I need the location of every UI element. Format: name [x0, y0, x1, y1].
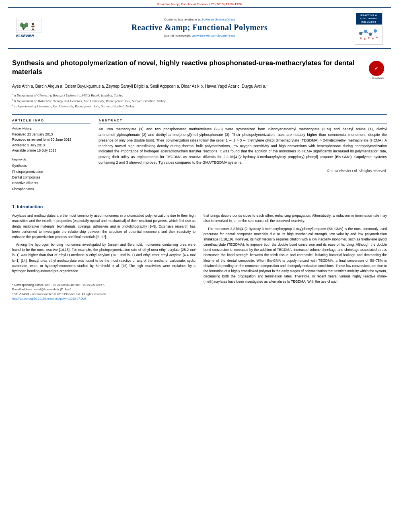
elsevier-tree-icon — [18, 19, 40, 31]
svg-point-19 — [368, 37, 370, 39]
available-text: Contents lists available at SciVerse Sci… — [44, 18, 355, 21]
homepage-url[interactable]: www.elsevier.com/locate/react — [192, 34, 235, 37]
svg-point-12 — [369, 33, 372, 36]
intro-para-2: Among the hydrogen bonding monomers inve… — [12, 242, 195, 274]
article-info-abstract-section: ARTICLE INFO Article history: Received 2… — [12, 119, 387, 192]
badge-text: REACTIVE &FUNCTIONALPOLYMERS — [356, 13, 382, 25]
copyright-line: © 2013 Elsevier Ltd. All rights reserved… — [99, 169, 387, 173]
keyword-4: Reactive diluents — [12, 180, 90, 186]
article-title-section: Synthesis and photopolymerization of nov… — [12, 59, 387, 79]
crossmark-badge: ✓ CrossMark — [369, 61, 387, 79]
keyword-3: Dental composites — [12, 175, 90, 180]
received-date: Received 23 January 2013 — [12, 132, 90, 138]
keyword-2: Photopolymerization — [12, 169, 90, 175]
available-online-date: Available online 16 July 2013 — [12, 148, 90, 154]
keyword-5: Phosphonates — [12, 186, 90, 192]
svg-point-21 — [376, 37, 378, 38]
svg-point-13 — [374, 29, 377, 33]
footnote-corresponding: * Corresponding author. Tel.: +90 212359… — [12, 283, 195, 287]
crossmark-icon: ✓ — [369, 61, 384, 76]
svg-point-11 — [364, 30, 367, 33]
footnote-email: E-mail address: avcid@boun.edu.tr (D. Av… — [12, 287, 195, 292]
affiliation-a: a a Department of Chemistry, Bogazici Un… — [12, 92, 387, 98]
intro-right-para-2: The monomer 2,2-bis[4-(2-hydroxy-3-metha… — [204, 226, 387, 285]
page: Reactive &amp; Functional Polymers 73 (2… — [0, 0, 399, 532]
keywords-title: Keywords: — [12, 158, 90, 161]
abstract-text: An urea methacrylate (1) and two phospho… — [99, 127, 387, 166]
intro-body-columns: Acrylates and methacrylates are the most… — [12, 213, 387, 301]
footnote-doi: http://dx.doi.org/10.1016/j.reactfunctpo… — [12, 296, 195, 301]
affiliation-b: b b Department of Molecular Biology and … — [12, 98, 387, 104]
intro-right-text: that brings double bonds close to each o… — [204, 213, 387, 284]
journal-title: Reactive &amp; Functional Polymers — [44, 23, 355, 32]
journal-header: ELSEVIER Contents lists available at Sci… — [8, 7, 391, 49]
keyword-1: Synthesis — [12, 163, 90, 168]
journal-header-center: Contents lists available at SciVerse Sci… — [44, 18, 355, 37]
elsevier-logo-box — [16, 18, 41, 33]
intro-right-col: that brings double bonds close to each o… — [204, 213, 387, 301]
sciverse-link[interactable]: SciVerse ScienceDirect — [202, 18, 235, 21]
header-divider — [12, 114, 387, 115]
journal-badge-image — [357, 25, 381, 41]
abstract-label: ABSTRACT — [99, 119, 387, 123]
keywords-section: Keywords: Synthesis Photopolymerization … — [12, 158, 90, 192]
svg-text:✓: ✓ — [374, 66, 378, 71]
article-info-column: ARTICLE INFO Article history: Received 2… — [12, 119, 90, 192]
article-history-title: Article history: — [12, 127, 90, 130]
crossmark-label: CrossMark — [369, 77, 387, 79]
footnote-area: * Corresponding author. Tel.: +90 212359… — [12, 280, 195, 301]
svg-point-5 — [32, 23, 34, 25]
article-title: Synthesis and photopolymerization of nov… — [12, 59, 369, 76]
svg-point-20 — [372, 38, 374, 39]
article-info-label: ARTICLE INFO — [12, 119, 90, 123]
introduction-section: 1. Introduction Acrylates and methacryla… — [12, 204, 387, 301]
intro-left-col: Acrylates and methacrylates are the most… — [12, 213, 195, 301]
intro-left-text: Acrylates and methacrylates are the most… — [12, 213, 195, 274]
intro-heading: 1. Introduction — [12, 204, 387, 209]
svg-point-17 — [360, 37, 362, 39]
svg-point-18 — [364, 38, 366, 40]
abstract-column: ABSTRACT An urea methacrylate (1) and tw… — [99, 119, 387, 192]
journal-badge: REACTIVE &FUNCTIONALPOLYMERS — [355, 11, 383, 45]
svg-rect-4 — [23, 28, 24, 30]
svg-line-15 — [367, 32, 369, 33]
svg-line-16 — [372, 32, 374, 33]
authors: Ayse Altin a, Burcin Akgun a, Ozlem Buyu… — [12, 83, 387, 89]
section-divider — [12, 198, 387, 198]
journal-badge-box: REACTIVE &FUNCTIONALPOLYMERS — [355, 11, 383, 45]
svg-point-3 — [20, 23, 23, 27]
footnote-issn: 1381-5148/$ - see front matter © 2013 El… — [12, 292, 195, 296]
svg-point-2 — [25, 23, 28, 27]
doi-link[interactable]: http://dx.doi.org/10.1016/j.reactfunctpo… — [12, 297, 86, 300]
elsevier-logo-area: ELSEVIER — [16, 18, 44, 38]
intro-para-1: Acrylates and methacrylates are the most… — [12, 213, 195, 240]
article-history-block: Article history: Received 23 January 201… — [12, 127, 90, 154]
accepted-date: Accepted 2 July 2013 — [12, 143, 90, 148]
journal-citation: Reactive &amp; Functional Polymers 73 (2… — [157, 2, 242, 6]
affiliation-c: c c Department of Chemistry, Koc Univers… — [12, 103, 387, 109]
intro-right-para-1: that brings double bonds close to each o… — [204, 213, 387, 224]
main-content: Synthesis and photopolymerization of nov… — [0, 49, 399, 305]
homepage-text: journal homepage: www.elsevier.com/locat… — [44, 34, 355, 37]
svg-line-14 — [362, 32, 364, 33]
journal-top-bar: Reactive &amp; Functional Polymers 73 (2… — [0, 0, 399, 7]
elsevier-label: ELSEVIER — [16, 34, 34, 38]
revised-date: Received in revised form 30 June 2013 — [12, 137, 90, 143]
svg-point-10 — [359, 32, 362, 35]
affiliations: a a Department of Chemistry, Bogazici Un… — [12, 92, 387, 109]
